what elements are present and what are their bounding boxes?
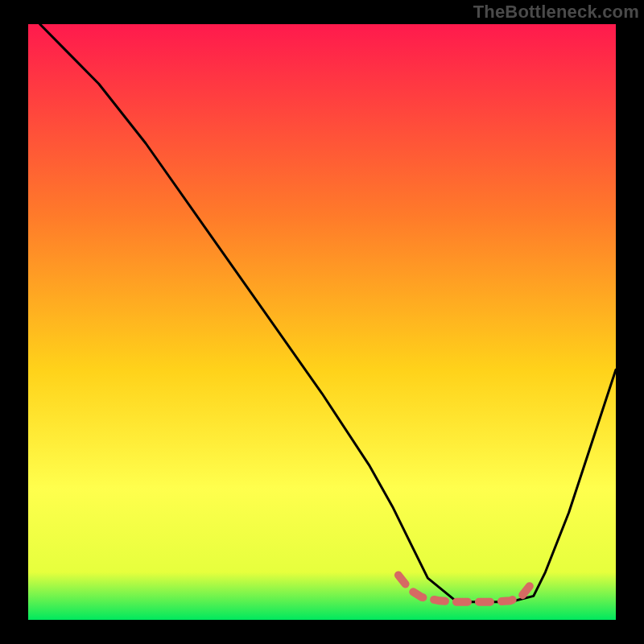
chart-frame: TheBottleneck.com xyxy=(0,0,644,644)
watermark-label: TheBottleneck.com xyxy=(473,2,639,23)
plot-area xyxy=(28,24,616,620)
bottleneck-curve xyxy=(40,24,616,602)
curve-layer xyxy=(28,24,616,620)
optimal-zone-mark xyxy=(398,576,534,602)
